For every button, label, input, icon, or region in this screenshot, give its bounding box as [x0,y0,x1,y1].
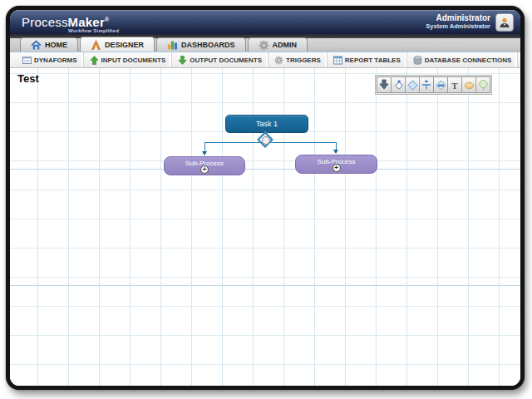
canvas-tool-add-task-button[interactable] [377,76,392,93]
main-tabbar: HOME DESIGNER DASHBOARDS [10,34,520,52]
designer-icon [91,40,101,50]
process-map-canvas[interactable]: Test [10,68,520,386]
canvas-tool-evaluation-gateway-button[interactable] [405,76,420,93]
canvas-toolbar: T [375,75,492,95]
subprocess-plus-icon: + [200,165,209,174]
canvas-tool-text-annotation-button[interactable]: T [447,76,462,93]
arrow-down-icon [178,56,187,65]
gear-icon [274,56,283,65]
menubar-item-label: DATABASE CONNECTIONS [425,57,512,64]
oval-icon [464,80,475,91]
canvas-tool-status-button[interactable] [475,76,490,93]
dashboards-icon [167,40,178,50]
menubar-item-label: TRIGGERS [286,57,321,64]
subprocess-plus-icon: + [332,164,341,172]
menubar-item-label: INPUT DOCUMENTS [101,57,166,64]
screen: ProcessMaker® Workflow Simplified Admini… [10,10,520,386]
canvas-tool-parallel-join-button[interactable] [433,76,448,93]
routing-rule-circle-icon [262,136,270,145]
menubar-item-label: REPORT TABLES [345,57,401,64]
task-label: Task 1 [256,120,278,128]
logo-text-process: Process [22,15,68,29]
home-icon [31,40,42,50]
header: ProcessMaker® Workflow Simplified Admini… [10,10,520,34]
canvas-tool-gateway-button[interactable] [391,76,406,93]
application-window: ProcessMaker® Workflow Simplified Admini… [6,6,525,390]
dynaform-icon [22,56,32,65]
process-title: Test [17,72,39,85]
route-arrowhead-right [333,150,338,154]
user-text: Administrator System Administrator [426,13,490,30]
menubar-item-label: OUTPUT DOCUMENTS [190,57,262,64]
menubar-item-triggers[interactable]: TRIGGERS [268,52,327,67]
diamond-icon [407,80,418,91]
join-icon [436,80,446,91]
menubar-item-case-scheduler[interactable]: CASE SCHEDULER [517,52,520,67]
registered-mark: ® [105,17,109,22]
table-icon [333,56,342,65]
route-line-right [336,142,337,150]
tab-admin[interactable]: ADMIN [248,37,308,52]
tab-label: DASHBOARDS [181,41,235,49]
logo-text-maker: Maker [68,15,105,29]
route-arrowhead-left [202,151,207,155]
text-icon: T [450,80,460,91]
fork-icon [421,79,431,91]
menubar-item-dynaforms[interactable]: DYNAFORMS [17,52,83,67]
gear-icon [259,40,269,51]
tab-designer[interactable]: DESIGNER [80,37,155,52]
logo-tagline: Workflow Simplified [68,28,119,33]
designer-menubar: DYNAFORMS INPUT DOCUMENTS OUTPUT DOCUMEN… [10,52,520,68]
down-arrow-icon [379,79,389,91]
menubar-item-label: DYNAFORMS [34,57,77,64]
text-icon-glyph: T [451,80,458,90]
tab-dashboards[interactable]: DASHBOARDS [156,37,246,52]
arrow-up-icon [90,56,99,65]
tab-home[interactable]: HOME [20,37,78,52]
database-icon [413,56,422,65]
gateway-icon [393,80,404,91]
tab-label: DESIGNER [105,41,144,49]
tab-label: ADMIN [273,41,298,49]
task-node[interactable]: Task 1 [225,115,308,133]
person-icon [499,17,510,28]
menubar-item-report-tables[interactable]: REPORT TABLES [327,52,406,67]
menubar-item-database-connections[interactable]: DATABASE CONNECTIONS [406,52,518,67]
user-info: Administrator System Administrator [426,13,514,32]
subprocess-node-left[interactable]: Sub-Process + [164,156,245,175]
processmaker-logo: ProcessMaker® Workflow Simplified [22,16,109,28]
canvas-tool-horizontal-line-button[interactable] [461,76,476,93]
subprocess-node-right[interactable]: Sub-Process + [295,155,377,174]
user-avatar[interactable] [495,13,514,32]
canvas-tool-parallel-fork-button[interactable] [419,76,434,93]
tab-label: HOME [45,41,67,49]
status-circle-icon [478,79,489,91]
route-line-left [204,142,205,151]
menubar-item-input-documents[interactable]: INPUT DOCUMENTS [83,52,172,67]
tabs: HOME DESIGNER DASHBOARDS [20,37,308,52]
menubar-item-output-documents[interactable]: OUTPUT DOCUMENTS [171,52,268,67]
user-role: System Administrator [426,23,490,31]
